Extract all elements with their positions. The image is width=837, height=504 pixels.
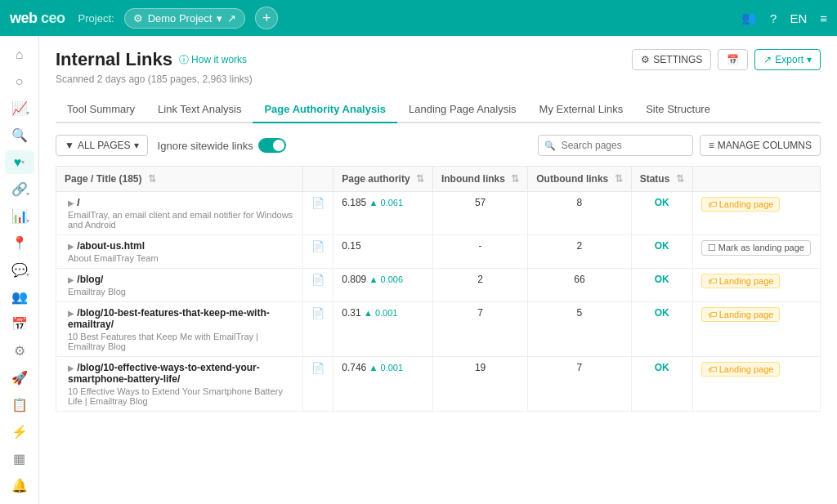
sidebar-item-search[interactable]: 🔍 [5,123,34,147]
delta-indicator: ▲ 0.001 [369,363,403,372]
row-expand[interactable]: ▶ [68,242,74,251]
cell-inbound: - [432,235,527,269]
sidebar-item-circle[interactable]: ○ [5,69,34,93]
project-selector[interactable]: ⚙ Demo Project ▾ ↗ [124,8,246,29]
menu-icon[interactable]: ≡ [820,11,827,25]
manage-columns-button[interactable]: ≡ MANAGE COLUMNS [700,135,821,156]
doc-icon: 📄 [311,362,325,374]
sidebar-item-calendar[interactable]: 📅 [5,312,34,336]
sort-icon: ⇅ [416,173,424,185]
cell-outbound: 5 [528,302,631,357]
logo: web ceo [10,10,65,27]
calendar-icon: 📅 [727,54,739,65]
sidebar-item-bell[interactable]: 🔔 [5,474,34,497]
settings-button[interactable]: ⚙ SETTINGS [632,49,711,70]
sort-icon: ⇅ [148,173,156,185]
landing-tag[interactable]: 🏷 Landing page [701,307,781,322]
calendar-button[interactable]: 📅 [718,49,748,70]
cell-tag: 🏷 Landing page [692,302,820,357]
cell-inbound: 19 [432,357,527,412]
language-selector[interactable]: EN [790,11,807,25]
landing-tag[interactable]: 🏷 Landing page [701,197,781,212]
row-expand[interactable]: ▶ [68,364,74,372]
page-desc: EmailTray, an email client and email not… [68,210,294,230]
sidebar-item-lightning[interactable]: ⚡ [5,420,34,444]
cell-inbound: 2 [432,269,527,302]
sidebar-item-chart[interactable]: 📈▾ [5,96,34,120]
sort-icon: ⇅ [676,173,684,185]
tab-tool-summary[interactable]: Tool Summary [56,96,146,123]
tabs-bar: Tool Summary Link Text Analysis Page Aut… [56,96,821,123]
sitewide-toggle[interactable] [258,138,286,153]
cell-outbound: 2 [528,235,631,269]
delta-indicator: ▲ 0.001 [364,308,397,318]
landing-tag[interactable]: 🏷 Landing page [701,274,781,288]
col-page-title[interactable]: Page / Title (185) ⇅ [56,167,303,192]
page-title-area: Internal Links ⓘ How it works [56,49,247,70]
doc-icon: 📄 [311,307,325,319]
cell-doc-icon: 📄 [303,357,333,412]
col-outbound[interactable]: Outbound links ⇅ [528,167,631,192]
cell-doc-icon: 📄 [303,235,333,269]
cell-authority: 0.15 [333,235,433,269]
sidebar-item-pin[interactable]: 📍 [5,231,34,255]
status-badge: OK [655,362,669,373]
doc-icon: 📄 [311,240,325,252]
all-pages-filter-button[interactable]: ▼ ALL PAGES ▾ [56,135,148,156]
doc-icon: 📄 [311,197,325,209]
table-row: ▶ /about-us.html About EmailTray Team 📄 … [56,235,821,269]
sidebar-item-rocket[interactable]: 🚀 [5,366,34,390]
sort-icon: ⇅ [615,173,623,185]
row-expand[interactable]: ▶ [68,275,74,284]
mark-landing-button[interactable]: ☐ Mark as landing page [701,240,811,256]
cell-status: OK [631,302,692,357]
external-link-icon: ↗ [227,12,236,25]
chevron-down-icon: ▾ [134,140,139,151]
cell-status: OK [631,357,692,412]
sidebar-item-chat[interactable]: 💬▾ [5,258,34,282]
tab-page-authority[interactable]: Page Authority Analysis [253,96,397,123]
filter-icon: ▼ [65,140,74,151]
cell-inbound: 7 [432,302,527,357]
page-url: /about-us.html [77,240,145,252]
cell-outbound: 7 [528,357,631,412]
col-status[interactable]: Status ⇅ [631,167,692,192]
sidebar-item-grid[interactable]: ▦ [5,447,34,471]
doc-icon: 📄 [311,274,325,286]
sidebar-item-settings[interactable]: ⚙ [5,339,34,363]
sidebar-item-home[interactable]: ⌂ [5,42,34,66]
cell-authority: 0.809 ▲ 0.006 [333,269,433,302]
add-project-button[interactable]: + [255,7,278,29]
col-authority[interactable]: Page authority ⇅ [333,167,433,192]
tab-external-links[interactable]: My External Links [528,96,635,123]
cell-url: ▶ /about-us.html About EmailTray Team [56,235,303,269]
search-input[interactable] [538,135,693,156]
page-url: /blog/10-effective-ways-to-extend-your-s… [68,362,260,385]
users-icon[interactable]: 👥 [741,11,757,25]
help-icon[interactable]: ? [770,11,777,25]
landing-tag[interactable]: 🏷 Landing page [701,362,781,377]
status-badge: OK [655,307,669,319]
top-nav: web ceo Project: ⚙ Demo Project ▾ ↗ + 👥 … [0,0,837,36]
delta-indicator: ▲ 0.061 [369,198,403,207]
scan-info: Scanned 2 days ago (185 pages, 2,963 lin… [56,74,821,85]
page-url: / [77,197,79,208]
row-expand[interactable]: ▶ [68,309,74,318]
cell-status: OK [631,269,692,302]
sidebar-item-link[interactable]: 🔗▾ [5,177,34,201]
page-header: Internal Links ⓘ How it works ⚙ SETTINGS… [56,49,821,70]
tab-landing-page[interactable]: Landing Page Analysis [397,96,528,123]
how-it-works-link[interactable]: ⓘ How it works [179,53,247,67]
page-desc: About EmailTray Team [68,253,294,263]
export-button[interactable]: ↗ Export ▾ [754,49,821,70]
tab-link-text[interactable]: Link Text Analysis [146,96,253,123]
sidebar-item-bar[interactable]: 📊▾ [5,204,34,228]
gear-icon: ⚙ [641,54,650,65]
tab-site-structure[interactable]: Site Structure [634,96,722,123]
status-badge: OK [655,274,669,285]
sidebar-item-report[interactable]: 📋 [5,393,34,417]
col-inbound[interactable]: Inbound links ⇅ [432,167,527,192]
row-expand[interactable]: ▶ [68,198,74,207]
sidebar-item-heart[interactable]: ♥ ▾ [5,150,34,174]
sidebar-item-people[interactable]: 👥 [5,285,34,309]
